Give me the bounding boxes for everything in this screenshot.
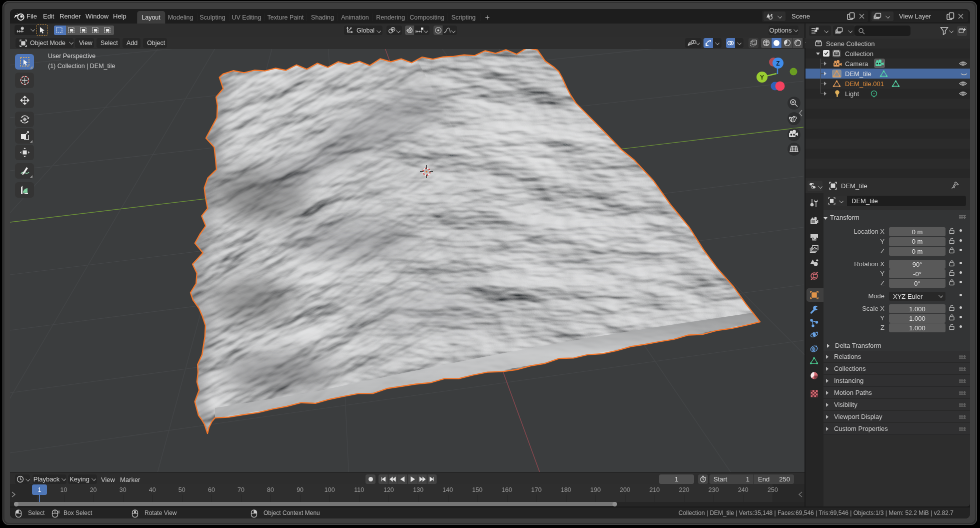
svg-text:User Perspective: User Perspective bbox=[48, 53, 96, 60]
svg-text:(1) Collection | DEM_tile: (1) Collection | DEM_tile bbox=[48, 63, 116, 70]
svg-text:Y: Y bbox=[760, 74, 764, 81]
svg-text:Z: Z bbox=[776, 60, 780, 67]
